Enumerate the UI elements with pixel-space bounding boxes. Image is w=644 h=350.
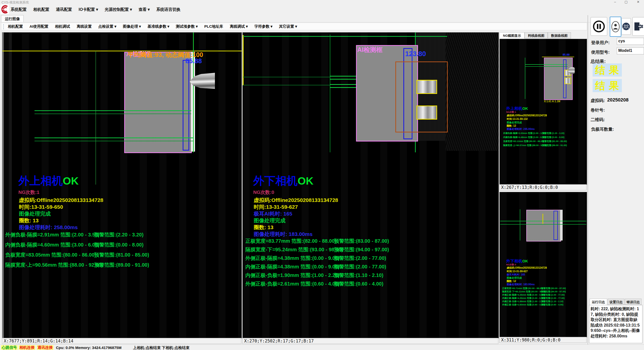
ng-lower-coords-bar: X:311;Y:980;R:0;G:0;B:0 <box>499 337 587 343</box>
camera-view-lower[interactable]: AI检测框 123.80 外下相机OK NG次数:0 虚拟码:Offline20… <box>242 32 499 338</box>
result-ok: OK <box>522 259 528 263</box>
tab-run-log[interactable]: 运行日志 <box>590 299 607 305</box>
exit-icon <box>633 21 643 31</box>
ng-snapshot-upper[interactable]: 85.88 X:1.61 A:1.1M 外上相机OK NG次数:1 虚拟码:Of… <box>499 39 587 185</box>
toolbar-items: 相机配置AI使用配置相机调试离线设置点检设置 ▾图像处理 ▾基准线参数 ▾测试项… <box>8 24 297 29</box>
ref-line <box>330 87 356 88</box>
mini-measure-label: X:1.61 A:1.1M <box>544 100 560 103</box>
camera-result-title: 外上相机OK <box>18 173 79 188</box>
toolbar-item[interactable]: 基准线参数 ▾ <box>147 24 169 29</box>
ng-count: NG次数:0 <box>253 189 274 196</box>
login-user-field[interactable]: cys <box>617 38 644 45</box>
tab-detect-box <box>416 80 437 94</box>
loop-count-line: 圈数: 12 <box>507 279 516 283</box>
heartbeat-indicator: 心跳信号 <box>1 345 18 350</box>
yellow-edge-line <box>243 35 244 85</box>
ref-line <box>243 77 330 77</box>
ref-line <box>330 84 356 85</box>
lower-camera-coords-bar: X:270;Y:2502;R:17;G:17;B:17 <box>242 338 498 344</box>
measure-blue-box <box>554 211 558 240</box>
toolbar-item[interactable]: 其它设置 ▾ <box>279 24 297 29</box>
result-ok: OK <box>298 175 313 187</box>
user-button[interactable] <box>610 17 621 37</box>
result-badge-upper: 结 果 <box>593 63 622 77</box>
status-bar: 心跳信号 相机连接 通讯连接 Cpu: 0.0% Memory: 3424.41… <box>0 344 644 350</box>
camera-name: 外上相机 <box>506 106 522 111</box>
toolbar-item[interactable]: 点检设置 ▾ <box>98 24 116 29</box>
textured-region <box>446 32 499 151</box>
ai-box-label: AI检测框 <box>357 46 382 54</box>
ng-count: NG次数:1 <box>506 111 516 114</box>
pause-button[interactable] <box>591 17 607 36</box>
time-line: 时间:13-31-59-627 <box>254 203 298 211</box>
tab-ng-snapshot[interactable]: NG截图显示 <box>499 32 525 39</box>
toolbar-item[interactable]: 图像处理 ▾ <box>123 24 141 29</box>
time-line: 时间:13-31-59-650 <box>19 203 63 211</box>
toolbar-item[interactable]: 离线调试 ▾ <box>230 24 248 29</box>
exit-button[interactable] <box>632 17 644 36</box>
measure-blue-box <box>183 60 189 151</box>
model-field[interactable]: Model1 <box>617 47 644 54</box>
ref-line <box>525 66 568 67</box>
menu-item[interactable]: 系统配置 <box>11 7 27 12</box>
ref-line <box>330 76 356 77</box>
anode-tab-count-label: 负极耳数量: <box>591 126 614 132</box>
toolbar-item[interactable]: 相机调试 <box>55 24 70 29</box>
ai-time-line: 极耳AI耗时: 165 <box>254 210 292 217</box>
log-text-area[interactable]: 耗时: 222, 缺陷检测耗时: 17, 缺陷分类耗时: 0, 缺陷提取分区耗时… <box>589 305 642 343</box>
camera-result-title: 外下相机OK <box>253 173 313 188</box>
ref-line <box>35 141 194 141</box>
edge-value-label: 123.80 <box>405 50 426 58</box>
menu-item[interactable]: 通讯配置 <box>56 7 72 12</box>
pause-icon <box>592 20 605 33</box>
tab-run-image[interactable]: 运行图像 <box>1 15 24 22</box>
menu-item[interactable]: 相机配置 <box>33 7 49 12</box>
roi-orange-box <box>395 61 448 132</box>
model-label: 使用型号: <box>591 49 610 55</box>
camera-view-upper[interactable]: AI检测框 平均阈值:93, 动态阈值:100 85.88 外上相机OK NG次… <box>2 32 242 338</box>
log-panel: 运行日志 设置日志 错误日志 耗时: 222, 缺陷检测耗时: 17, 缺陷分类… <box>589 299 643 344</box>
users-group-button[interactable] <box>621 18 631 35</box>
virtual-code-line: 虚拟码:Offline20250208133134728 <box>19 197 103 204</box>
virtual-code-line: 虚拟码:Offline20250208133134728 <box>507 114 547 117</box>
toolbar-item[interactable]: PLC地址库 <box>204 24 223 29</box>
toolbar-item[interactable]: 离线设置 <box>77 24 92 29</box>
toolbar-item[interactable]: 测试项参数 ▾ <box>176 24 198 29</box>
time-line: 时间:13-31-59-627 <box>507 270 528 273</box>
toolbar-item[interactable]: 字符参数 ▾ <box>254 24 273 29</box>
winder-number-label: 卷针号: <box>591 107 605 113</box>
camera-name: 外下相机 <box>506 259 522 263</box>
menu-item[interactable]: IO卡配置 ▾ <box>79 7 98 12</box>
user-icon <box>611 21 620 32</box>
tab-data-curve[interactable]: 数据曲线图 <box>548 32 571 39</box>
loop-count-line: 圈数: 13 <box>254 224 273 231</box>
loop-count-line: 圈数: 13 <box>19 217 39 224</box>
virtual-code-label: 虚拟码: <box>591 98 605 103</box>
menu-item[interactable]: 系统语言切换 <box>156 7 180 12</box>
time-line: 时间:13-31-59-132 <box>507 117 528 121</box>
sidebar-divider <box>588 15 588 344</box>
green-vertical-line <box>330 34 330 152</box>
maximize-icon[interactable]: ▢ <box>622 0 630 4</box>
close-icon[interactable]: ✕ <box>634 0 642 4</box>
result-ok: OK <box>522 106 528 111</box>
menu-item[interactable]: 光源控制配置 ▾ <box>105 7 132 12</box>
minimize-icon[interactable]: – <box>611 0 619 4</box>
toolbar-grip[interactable] <box>3 24 5 29</box>
ref-line <box>243 85 330 85</box>
green-top-line <box>243 36 447 37</box>
ng-upper-coords-bar: X:267;Y:13;R:0;G:0;B:0 <box>499 184 587 190</box>
login-user-label: 登录用户: <box>591 40 610 46</box>
process-time-line: 图像处理耗时: 258.00ms <box>19 224 78 231</box>
tab-settings-log[interactable]: 设置日志 <box>608 299 624 305</box>
image-dark-band <box>9 32 12 338</box>
tab-error-log[interactable]: 错误日志 <box>625 299 641 305</box>
ref-line <box>525 64 568 65</box>
ng-snapshot-lower[interactable]: 外下相机OK NG次数:0 虚拟码:Offline202502081331347… <box>499 192 587 337</box>
menu-item[interactable]: 查看 ▾ <box>139 7 150 12</box>
point-check-status: 上相机:点检结束 下相机:点检结束 <box>133 345 189 350</box>
loop-count-line: 圈数: 12 <box>507 124 516 128</box>
toolbar-item[interactable]: AI使用配置 <box>29 24 48 29</box>
tab-line-curve[interactable]: 料线曲线图 <box>525 32 548 39</box>
toolbar-item[interactable]: 相机配置 <box>8 24 23 29</box>
